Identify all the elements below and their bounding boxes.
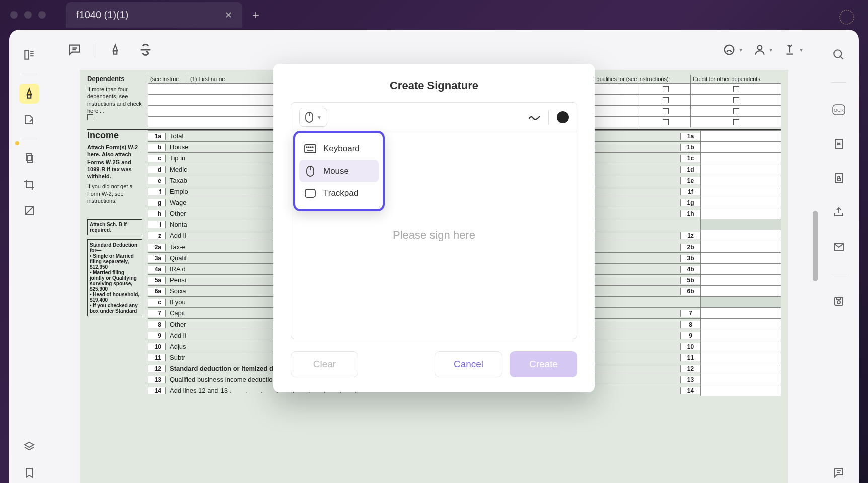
svg-point-35	[312, 147, 313, 148]
svg-rect-31	[305, 145, 316, 153]
mouse-label: Mouse	[323, 166, 349, 176]
signature-color-picker[interactable]	[557, 111, 569, 123]
document-tab[interactable]: f1040 (1)(1) ✕	[66, 2, 242, 28]
keyboard-icon	[304, 144, 316, 154]
svg-rect-39	[305, 189, 315, 197]
create-signature-modal: Create Signature ▼ Ke	[273, 64, 595, 392]
mouse-icon	[305, 111, 314, 123]
trackpad-icon	[304, 188, 316, 198]
modal-title: Create Signature	[291, 79, 577, 92]
svg-point-0	[840, 10, 854, 24]
add-tab-icon[interactable]: +	[252, 8, 259, 22]
svg-point-32	[306, 147, 307, 148]
keyboard-label: Keyboard	[323, 144, 360, 154]
trackpad-label: Trackpad	[323, 188, 358, 198]
maximize-window[interactable]	[38, 11, 46, 19]
chevron-down-icon: ▼	[317, 115, 322, 120]
input-method-menu: Keyboard Mouse	[293, 131, 385, 211]
input-method-dropdown[interactable]: ▼	[299, 108, 327, 127]
trackpad-option[interactable]: Trackpad	[299, 182, 379, 204]
svg-point-34	[310, 147, 311, 148]
tab-title: f1040 (1)(1)	[76, 9, 129, 21]
mouse-icon	[304, 166, 316, 176]
mouse-option[interactable]: Mouse	[299, 160, 379, 182]
svg-point-33	[308, 147, 309, 148]
app-logo	[837, 7, 857, 27]
signature-placeholder: Please sign here	[393, 229, 475, 242]
stroke-style-icon[interactable]	[528, 113, 540, 121]
keyboard-option[interactable]: Keyboard	[299, 138, 379, 160]
clear-button[interactable]: Clear	[291, 351, 358, 377]
separator	[548, 110, 549, 124]
create-button[interactable]: Create	[510, 351, 577, 377]
close-tab-icon[interactable]: ✕	[225, 10, 232, 21]
cancel-button[interactable]: Cancel	[435, 351, 502, 377]
minimize-window[interactable]	[24, 11, 32, 19]
close-window[interactable]	[10, 11, 18, 19]
